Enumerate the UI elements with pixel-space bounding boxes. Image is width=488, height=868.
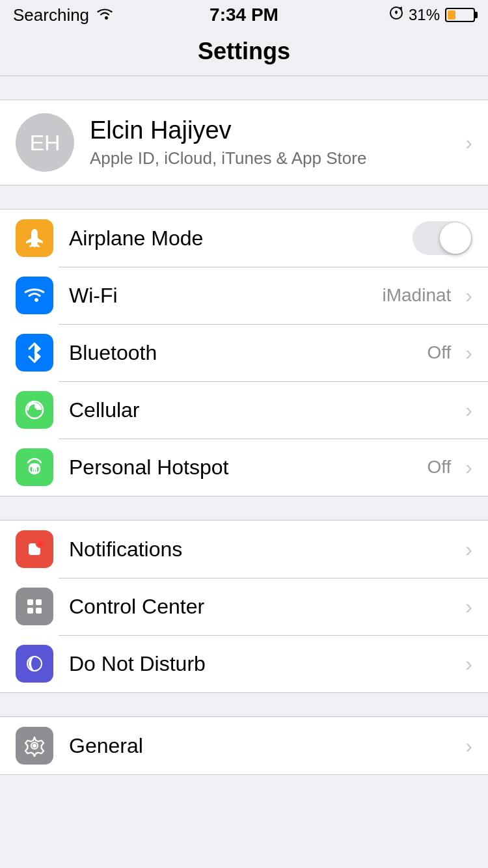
profile-section[interactable]: EH Elcin Hajiyev Apple ID, iCloud, iTune… — [0, 100, 488, 185]
airplane-mode-icon — [16, 219, 53, 257]
page-title: Settings — [0, 38, 488, 65]
profile-row[interactable]: EH Elcin Hajiyev Apple ID, iCloud, iTune… — [0, 100, 488, 185]
hotspot-row[interactable]: Personal Hotspot Off › — [0, 439, 488, 496]
cellular-icon — [16, 391, 53, 429]
do-not-disturb-label: Do Not Disturb — [69, 652, 457, 676]
orientation-lock-icon — [389, 6, 403, 24]
section-gap-4 — [0, 693, 488, 716]
cellular-label: Cellular — [69, 398, 457, 422]
status-bar: Searching 7:34 PM 31% — [0, 0, 488, 30]
wifi-icon — [16, 277, 53, 314]
general-section: General › — [0, 716, 488, 775]
status-right: 31% — [389, 6, 475, 24]
wifi-value: iMadinat — [383, 285, 452, 306]
cellular-chevron: › — [465, 398, 472, 422]
profile-subtitle: Apple ID, iCloud, iTunes & App Store — [90, 148, 457, 169]
svg-rect-14 — [36, 608, 42, 614]
wifi-row[interactable]: Wi-Fi iMadinat › — [0, 267, 488, 324]
status-left: Searching — [13, 5, 114, 25]
profile-info: Elcin Hajiyev Apple ID, iCloud, iTunes &… — [90, 116, 457, 169]
bluetooth-chevron: › — [465, 341, 472, 365]
svg-rect-13 — [27, 608, 33, 614]
notifications-row[interactable]: Notifications › — [0, 521, 488, 578]
avatar-initials: EH — [29, 130, 60, 156]
hotspot-icon — [16, 448, 53, 486]
section-gap-3 — [0, 496, 488, 520]
airplane-mode-row[interactable]: Airplane Mode — [0, 210, 488, 267]
do-not-disturb-chevron: › — [465, 652, 472, 676]
control-center-row[interactable]: Control Center › — [0, 578, 488, 635]
do-not-disturb-icon — [16, 645, 53, 683]
carrier-text: Searching — [13, 5, 89, 25]
svg-rect-11 — [27, 599, 33, 605]
notification-section: Notifications › Control Center › Do Not … — [0, 520, 488, 693]
general-chevron: › — [465, 734, 472, 758]
do-not-disturb-row[interactable]: Do Not Disturb › — [0, 635, 488, 692]
wifi-chevron: › — [465, 284, 472, 308]
general-icon — [16, 727, 53, 765]
svg-point-10 — [37, 540, 44, 547]
notifications-label: Notifications — [69, 537, 457, 562]
status-time: 7:34 PM — [210, 5, 278, 25]
toggle-knob — [440, 223, 471, 254]
section-gap-1 — [0, 76, 488, 100]
battery-icon — [445, 8, 475, 22]
airplane-mode-label: Airplane Mode — [69, 226, 413, 251]
svg-rect-12 — [36, 599, 42, 605]
profile-chevron: › — [465, 131, 472, 155]
notifications-icon — [16, 530, 53, 568]
control-center-label: Control Center — [69, 595, 457, 619]
svg-point-4 — [33, 408, 36, 412]
bluetooth-label: Bluetooth — [69, 341, 427, 365]
control-center-icon — [16, 588, 53, 625]
cellular-row[interactable]: Cellular › — [0, 381, 488, 439]
section-gap-2 — [0, 185, 488, 209]
bluetooth-icon — [16, 334, 53, 372]
battery-percent-text: 31% — [409, 6, 440, 24]
airplane-mode-toggle[interactable] — [413, 221, 472, 255]
bluetooth-value: Off — [427, 342, 452, 363]
control-center-chevron: › — [465, 595, 472, 619]
bluetooth-row[interactable]: Bluetooth Off › — [0, 324, 488, 381]
page-title-bar: Settings — [0, 30, 488, 76]
hotspot-label: Personal Hotspot — [69, 455, 427, 480]
svg-line-2 — [29, 357, 34, 362]
hotspot-value: Off — [427, 457, 452, 478]
hotspot-chevron: › — [465, 455, 472, 480]
svg-point-16 — [33, 744, 36, 748]
avatar: EH — [16, 113, 74, 172]
svg-point-7 — [34, 469, 36, 471]
connectivity-section: Airplane Mode Wi-Fi iMadinat › — [0, 209, 488, 496]
general-label: General — [69, 734, 457, 758]
notifications-chevron: › — [465, 537, 472, 562]
wifi-label: Wi-Fi — [69, 284, 383, 308]
general-row[interactable]: General › — [0, 717, 488, 774]
svg-line-1 — [29, 344, 34, 349]
profile-name: Elcin Hajiyev — [90, 116, 457, 144]
wifi-signal-icon — [96, 5, 114, 25]
